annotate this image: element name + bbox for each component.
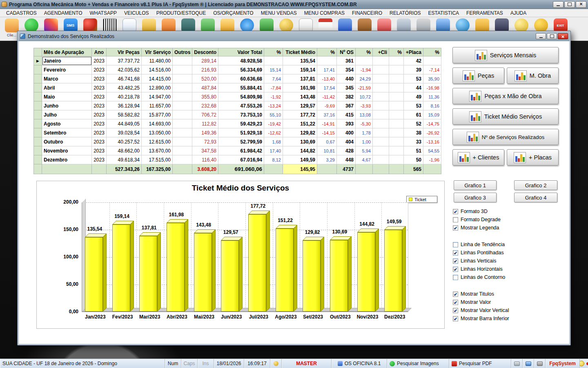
mao-de-obra-button[interactable]: M. Obra bbox=[507, 67, 559, 84]
menu-veiculos[interactable]: VEICULOS bbox=[120, 9, 153, 17]
cell bbox=[173, 74, 192, 83]
cell: 67.016,94 bbox=[218, 155, 264, 164]
table-row-outubro[interactable]: Outubro202340.257,5212.615,0072,9352.799… bbox=[34, 137, 441, 146]
table-row-abril[interactable]: Abril202343.482,2512.890,00487,8455.884,… bbox=[34, 83, 441, 92]
cell: 55,10 bbox=[264, 110, 283, 119]
dialog-minimize-button[interactable] bbox=[536, 33, 546, 39]
table-row-setembro[interactable]: Setembro202339.028,5413.050,00149,3651.9… bbox=[34, 128, 441, 137]
menu-relat-rios[interactable]: RELATÓRIOS bbox=[386, 9, 424, 17]
key-icon bbox=[274, 361, 278, 366]
total-cell: 145,95 bbox=[283, 164, 317, 174]
mais-placas-button[interactable]: + Placas bbox=[507, 149, 559, 166]
pecas-x-mao-de-obra-button[interactable]: Peças x Mão de Obra bbox=[452, 88, 559, 104]
checkbox-mostrar-titulos[interactable]: ✔Mostrar Titulos bbox=[453, 290, 557, 298]
checkbox-mostrar-barra-inferior[interactable]: ✔Mostrar Barra Inferior bbox=[453, 314, 557, 323]
cell: 13.670,00 bbox=[142, 146, 173, 155]
grafico-3-button[interactable]: Grafico 3 bbox=[454, 193, 497, 202]
table-row-janeiro[interactable]: ▶Janeiro202337.737,7211.480,00289,1448.9… bbox=[34, 56, 441, 65]
screen-button[interactable] bbox=[534, 359, 546, 368]
grafico-1-button[interactable]: Grafico 1 bbox=[454, 180, 497, 190]
table-row-marco[interactable]: Marco202346.741,6814.415,00520,0060.636,… bbox=[34, 74, 441, 83]
menu-cadastros[interactable]: CADASTROS bbox=[2, 9, 40, 17]
cell: 37.737,72 bbox=[107, 56, 142, 65]
cell: 53 bbox=[404, 101, 423, 110]
cell bbox=[389, 146, 404, 155]
checkbox-mostrar-legenda[interactable]: ✔Mostrar Legenda bbox=[453, 224, 557, 232]
cell: Marco bbox=[42, 74, 92, 83]
grafico-2-button[interactable]: Grafico 2 bbox=[514, 180, 557, 190]
checkbox-linhas-verticais[interactable]: ✔Linhas Verticais bbox=[453, 257, 557, 265]
maximize-button[interactable] bbox=[564, 1, 575, 8]
close-button[interactable] bbox=[576, 1, 586, 8]
servicos-mensais-button[interactable]: Serviços Mensais bbox=[452, 47, 559, 63]
dialog-close-button[interactable] bbox=[558, 33, 568, 39]
checkbox-linhas-de-contorno[interactable]: Linhas de Contorno bbox=[453, 273, 557, 281]
cell: 17,40 bbox=[264, 146, 283, 155]
table-row-junho[interactable]: Junho202336.128,9411.657,00232,6847.553,… bbox=[34, 101, 441, 110]
ticket-medio-servicos-button[interactable]: Ticket Médio Serviços bbox=[452, 108, 559, 125]
cell: 13.050,00 bbox=[142, 128, 173, 137]
menu-agendamento[interactable]: AGENDAMENTO bbox=[40, 9, 86, 17]
menu-menu-vendas[interactable]: MENU VENDAS bbox=[257, 9, 301, 17]
menu-ajuda[interactable]: AJUDA bbox=[507, 9, 530, 17]
table-row-julho[interactable]: Julho202358.582,8215.877,00706,7273.753,… bbox=[34, 110, 441, 119]
cell: 51 bbox=[404, 146, 423, 155]
cell bbox=[373, 92, 389, 101]
table-row-maio[interactable]: Maio202340.218,7814.947,00355,8054.809,9… bbox=[34, 92, 441, 101]
cell: Junho bbox=[42, 101, 92, 110]
table-row-agosto[interactable]: Agosto202344.849,0514.693,00112,8259.429… bbox=[34, 119, 441, 128]
bar-set-2023 bbox=[303, 240, 321, 312]
badge-icon bbox=[338, 18, 352, 32]
pecas-button[interactable]: Peças bbox=[452, 67, 504, 84]
button-label: Peças bbox=[478, 72, 494, 79]
checkbox-formato-3d[interactable]: ✔Formato 3D bbox=[453, 207, 557, 215]
cell: 2023 bbox=[92, 119, 107, 128]
menu-menu-compras[interactable]: MENU COMPRAS bbox=[301, 9, 348, 17]
cell: 216,93 bbox=[192, 65, 218, 74]
menu-ferramentas[interactable]: FERRAMENTAS bbox=[463, 9, 507, 17]
menu-whatsapp[interactable]: WHATSAPP bbox=[86, 9, 120, 17]
cell bbox=[173, 128, 192, 137]
menu-os-or-amento[interactable]: OS/ORÇAMENTO bbox=[209, 9, 257, 17]
bar-value-label: 143,48 bbox=[192, 222, 216, 228]
dialog-title-bar[interactable]: Demonstrativo dos Serviços Realizados bbox=[18, 32, 570, 41]
row-selector bbox=[34, 83, 42, 92]
checkbox-mostrar-valor[interactable]: ✔Mostrar Valor bbox=[453, 298, 557, 306]
table-row-novembro[interactable]: Novembro202348.662,0013.670,00347,5861.9… bbox=[34, 146, 441, 155]
grafico-4-button[interactable]: Grafico 4 bbox=[514, 193, 557, 202]
search-images-button[interactable]: Pesquisar Imagens bbox=[387, 359, 449, 368]
dialog-maximize-button[interactable] bbox=[547, 33, 557, 39]
cell: 12.615,00 bbox=[142, 137, 173, 146]
x-axis-tick: Abr/2023 bbox=[163, 314, 191, 320]
cell: 40.257,52 bbox=[107, 137, 142, 146]
cell: -14,15 bbox=[317, 128, 337, 137]
menu-produto-estoque[interactable]: PRODUTO/ESTOQUE bbox=[153, 9, 210, 17]
checkbox-formato-degrade[interactable]: Formato Degrade bbox=[453, 215, 557, 224]
cell: 51.929,18 bbox=[218, 128, 264, 137]
table-row-dezembro[interactable]: Dezembro202349.618,3417.515,00116,4067.0… bbox=[34, 155, 441, 164]
minimize-button[interactable] bbox=[553, 1, 564, 8]
dollar-icon bbox=[279, 18, 293, 32]
num-servicos-realizados-button[interactable]: Nº de Serviços Realizados bbox=[452, 129, 559, 145]
cell: 151,22 bbox=[283, 119, 317, 128]
checkbox-linhas-pontilhadas[interactable]: ✔Linhas Pontilhadas bbox=[453, 249, 557, 257]
cell: -11,42 bbox=[317, 92, 337, 101]
cell: 52 bbox=[404, 119, 423, 128]
cell bbox=[423, 56, 441, 65]
search-pdf-button[interactable]: Pesquisar PDF bbox=[449, 359, 511, 368]
menu-estatistica[interactable]: ESTATISTICA bbox=[425, 9, 463, 17]
cell: 355,80 bbox=[192, 92, 218, 101]
column-header-vlr-pe-as: Vlr Peças bbox=[107, 48, 142, 56]
checkbox-linhas-horizontais[interactable]: ✔Linhas Horizontais bbox=[453, 265, 557, 273]
grid-hline bbox=[82, 202, 408, 203]
checkbox-mostrar-valor-vertical[interactable]: ✔Mostrar Valor Vertical bbox=[453, 306, 557, 314]
menu-financeiro[interactable]: FINANCEIRO bbox=[348, 9, 386, 17]
monitor-button[interactable] bbox=[523, 359, 534, 368]
cell: Fevereiro bbox=[42, 65, 92, 74]
mais-clientes-button[interactable]: + Clientes bbox=[452, 149, 504, 166]
table-row-fevereiro[interactable]: Fevereiro202342.035,6214.516,00216,9356.… bbox=[34, 65, 441, 74]
checkbox-linha-de-tend-ncia[interactable]: Linha de Tendência bbox=[453, 240, 557, 249]
print-button[interactable] bbox=[511, 359, 523, 368]
cell bbox=[173, 101, 192, 110]
cell: Setembro bbox=[42, 128, 92, 137]
